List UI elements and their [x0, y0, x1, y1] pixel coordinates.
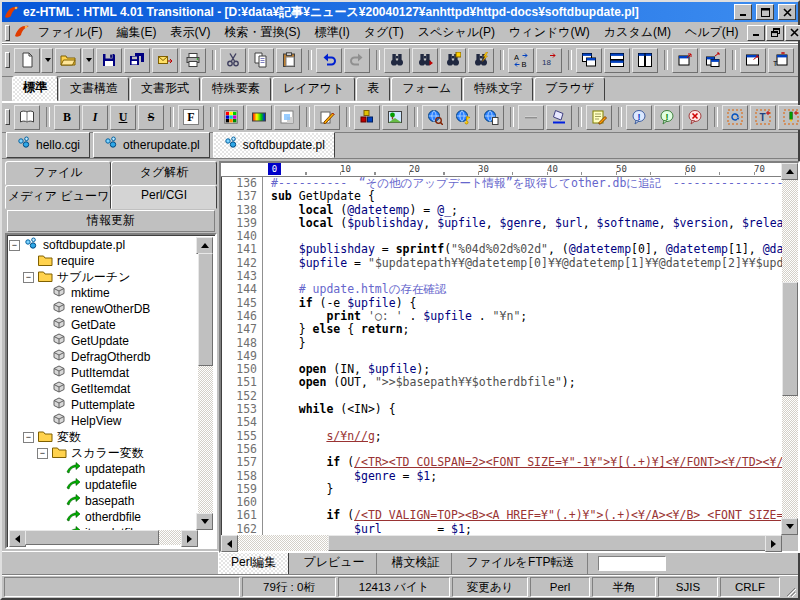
tab-文書形式[interactable]: 文書形式 [130, 77, 200, 101]
mode-tab-ファイルをFTP転送[interactable]: ファイルをFTP転送 [454, 552, 587, 574]
objects-button[interactable] [354, 105, 380, 130]
balloon-error-button[interactable] [682, 105, 708, 130]
tree-item[interactable]: updatefile [9, 477, 198, 493]
mdi-close-button[interactable] [785, 25, 800, 41]
scroll-left-button[interactable] [9, 530, 26, 547]
code-area[interactable]: 136#---------- “その他のアップデート情報”を取得してother.… [221, 177, 782, 535]
menu-item-1[interactable]: ファイル(F) [31, 22, 109, 43]
hline-button[interactable] [518, 105, 544, 130]
mode-tab-プレビュー[interactable]: プレビュー [291, 552, 377, 574]
tree-item[interactable]: basepath [9, 493, 198, 509]
tile-horizontal-button[interactable] [604, 48, 630, 73]
resize-grip[interactable] [782, 577, 796, 597]
sidebar-tab-Perl/CGI[interactable]: Perl/CGI [111, 185, 217, 209]
palette-button[interactable] [218, 105, 244, 130]
menu-item-3[interactable]: 表示(V) [163, 22, 217, 43]
italic-button[interactable]: I [82, 105, 108, 130]
scroll-down-button[interactable] [196, 513, 213, 530]
open-folder-dropdown[interactable] [82, 48, 94, 73]
close-button[interactable] [778, 4, 796, 20]
new-window-button[interactable] [672, 48, 698, 73]
cascade-windows-button[interactable] [576, 48, 602, 73]
find-button[interactable] [384, 48, 410, 73]
tab-文書構造[interactable]: 文書構造 [59, 77, 129, 101]
tab-表[interactable]: 表 [356, 77, 390, 101]
grep-button[interactable] [468, 48, 494, 73]
save-all-button[interactable] [124, 48, 150, 73]
color-bar-button[interactable] [246, 105, 272, 130]
mdi-minimize-button[interactable] [747, 25, 765, 41]
tree-item[interactable]: otherdbfile [9, 509, 198, 525]
scroll-thumb[interactable] [198, 253, 213, 366]
scroll-right-button[interactable] [181, 530, 198, 547]
tree-item[interactable]: mktime [9, 285, 198, 301]
mdi-restore-button[interactable] [766, 25, 784, 41]
editor-horizontal-scrollbar[interactable] [221, 535, 782, 551]
book-button[interactable] [14, 105, 40, 130]
scroll-left-button[interactable] [221, 535, 238, 552]
strike-button[interactable]: S [138, 105, 164, 130]
font-button[interactable]: F [178, 105, 204, 130]
toolbar-grip[interactable] [5, 52, 10, 68]
fill-color-button[interactable] [546, 105, 572, 130]
tree-view[interactable]: −softdbupdate.plrequire−サブルーチンmktimerene… [9, 237, 198, 530]
tag-loop-button[interactable] [722, 105, 748, 130]
tree-expander[interactable]: − [23, 432, 34, 443]
arrange-windows-button[interactable] [700, 48, 726, 73]
scroll-thumb[interactable] [25, 530, 159, 545]
send-file-button[interactable] [152, 48, 178, 73]
tag-edit-button[interactable] [778, 105, 800, 130]
bold-button[interactable]: B [54, 105, 80, 130]
memo-button[interactable] [586, 105, 612, 130]
menubar-grip[interactable] [5, 25, 10, 41]
scroll-thumb[interactable] [328, 535, 768, 551]
transparent-color-button[interactable] [274, 105, 300, 130]
editor-vertical-scrollbar[interactable] [782, 163, 798, 535]
open-folder-button[interactable] [55, 48, 81, 73]
tree-item[interactable]: updatepath [9, 461, 198, 477]
cut-button[interactable] [220, 48, 246, 73]
tree-item[interactable]: −スカラー変数 [9, 445, 198, 461]
edit-pen-button[interactable] [314, 105, 340, 130]
balloon-hint-button[interactable]: ! [654, 105, 680, 130]
tree-item[interactable]: Puttemplate [9, 397, 198, 413]
new-file-button[interactable] [14, 48, 40, 73]
tree-expander[interactable]: − [9, 240, 20, 251]
undo-button[interactable] [316, 48, 342, 73]
image-button[interactable] [382, 105, 408, 130]
tree-item[interactable]: renewOtherDB [9, 301, 198, 317]
scroll-up-button[interactable] [781, 163, 798, 180]
sidebar-tab-タグ解析[interactable]: タグ解析 [111, 161, 217, 185]
mode-tab-Perl編集[interactable]: Perl編集 [218, 551, 289, 575]
tile-vertical-button[interactable] [632, 48, 658, 73]
tree-horizontal-scrollbar[interactable] [9, 530, 198, 545]
tab-ブラウザ[interactable]: ブラウザ [534, 77, 605, 101]
copy-button[interactable] [248, 48, 274, 73]
balloon-info-button[interactable]: ! [626, 105, 652, 130]
print-button[interactable] [180, 48, 206, 73]
tree-item[interactable]: −変数 [9, 429, 198, 445]
save-button[interactable] [96, 48, 122, 73]
globe-search-button[interactable] [422, 105, 448, 130]
menu-item-4[interactable]: 検索・置換(S) [217, 22, 307, 43]
find-word-button[interactable] [440, 48, 466, 73]
toolbar-grip[interactable] [5, 109, 10, 125]
goto-line-button[interactable]: 18 [536, 48, 562, 73]
tree-item[interactable]: PutItemdat [9, 365, 198, 381]
globe-new-button[interactable] [478, 105, 504, 130]
tab-標準[interactable]: 標準 [12, 76, 58, 101]
sidebar-tab-メディア ビューワ[interactable]: メディア ビューワ [5, 185, 111, 209]
underline-button[interactable]: U [110, 105, 136, 130]
tab-レイアウト[interactable]: レイアウト [272, 77, 355, 101]
file-tab-hello.cgi[interactable]: hello.cgi [6, 132, 90, 158]
globe-media-button[interactable] [450, 105, 476, 130]
tab-フォーム[interactable]: フォーム [391, 77, 462, 101]
tree-item[interactable]: −サブルーチン [9, 269, 198, 285]
tab-特殊要素[interactable]: 特殊要素 [201, 77, 271, 101]
paste-button[interactable] [276, 48, 302, 73]
new-file-dropdown[interactable] [41, 48, 53, 73]
tab-特殊文字[interactable]: 特殊文字 [463, 77, 533, 101]
tree-item[interactable]: GetItemdat [9, 381, 198, 397]
scroll-up-button[interactable] [196, 237, 213, 254]
file-tab-softdbupdate.pl[interactable]: softdbupdate.pl [213, 132, 335, 158]
